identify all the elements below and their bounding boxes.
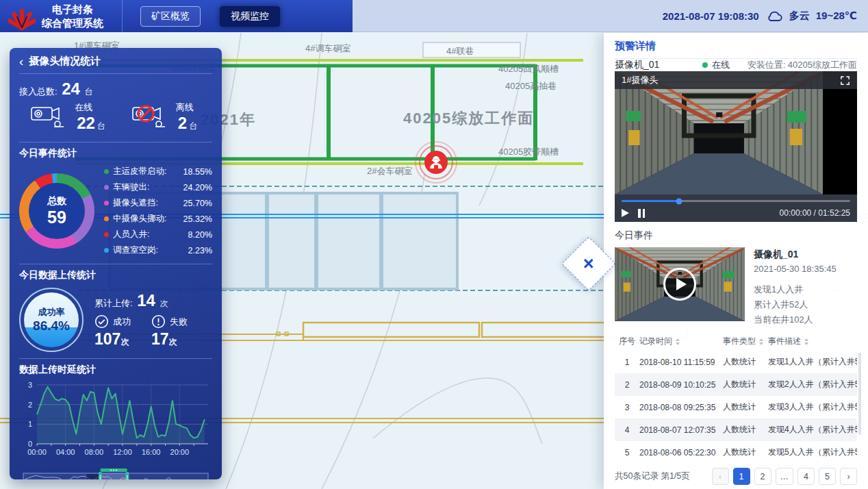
progress-bar[interactable] xyxy=(622,200,850,202)
success-check-icon xyxy=(94,314,109,329)
map-label: 40205胶带顺槽 xyxy=(498,146,559,158)
page-button-2[interactable]: 2 xyxy=(754,468,771,485)
legend-item: 摄像头遮挡:25.70% xyxy=(104,197,212,209)
datetime-text: 2021-08-07 19:08:30 xyxy=(663,10,759,22)
today-events-title: 今日事件 xyxy=(615,229,857,242)
video-time: 00:00:00 / 01:52:25 xyxy=(780,208,850,218)
ban-icon xyxy=(138,106,153,121)
svg-text:0: 0 xyxy=(28,440,32,448)
close-icon: × xyxy=(583,255,594,273)
svg-text:20:00: 20:00 xyxy=(170,448,190,456)
legend-item: 人员入井:8.20% xyxy=(104,229,212,240)
event-thumbnail[interactable] xyxy=(615,247,745,321)
play-overlay-icon[interactable] xyxy=(663,268,696,301)
camera-offline-icon xyxy=(131,101,170,133)
column-header-记录时间[interactable]: 记录时间 xyxy=(639,336,723,347)
table-header: 序号记录时间事件类型事件描述 xyxy=(615,332,857,351)
page-button-4[interactable]: 4 xyxy=(797,468,815,485)
table-row[interactable]: 32018-08-08 09:25:35人数统计发现3人入井（累计入井52人..… xyxy=(615,396,857,418)
events-section-title: 今日事件统计 xyxy=(19,142,212,160)
brand: 电子封条 综合管理系统 xyxy=(0,0,122,32)
map-label: 2#会车硐室 xyxy=(367,165,412,177)
video-player: 1#摄像头 00:00:00 / 01:52:25 xyxy=(615,71,857,222)
legend-dot xyxy=(104,248,109,253)
event-camera: 摄像机_01 xyxy=(754,249,837,261)
legend-item: 主运皮带启动:18.55% xyxy=(104,166,212,177)
nav-button-矿区概览[interactable]: 矿区概览 xyxy=(140,6,201,27)
svg-text:04:00: 04:00 xyxy=(56,448,75,456)
alert-marker[interactable] xyxy=(414,140,458,184)
video-title: 1#摄像头 xyxy=(622,74,658,86)
event-time: 2021-05-30 18:35:45 xyxy=(754,264,837,274)
table-row[interactable]: 12018-08-10 11:15:59人数统计发现1人入井（累计入井52人..… xyxy=(615,351,857,373)
nav-button-视频监控[interactable]: 视频监控 xyxy=(220,6,280,27)
map-label: 4#调车硐室 xyxy=(305,42,350,55)
event-card: 摄像机_01 2021-05-30 18:35:45 发现1人入井 累计入井52… xyxy=(615,247,857,326)
events-legend: 主运皮带启动:18.55%车辆驶出:24.20%摄像头遮挡:25.70%中摄像头… xyxy=(104,166,212,256)
column-header-事件类型[interactable]: 事件类型 xyxy=(723,336,768,347)
online-count: 22 xyxy=(77,114,95,132)
legend-item: 调查室空岗:2.23% xyxy=(104,244,212,256)
column-header-序号: 序号 xyxy=(615,336,639,347)
next-page-button[interactable]: › xyxy=(840,468,857,485)
camera-online-icon xyxy=(29,101,69,133)
offline-label: 离线 xyxy=(176,101,197,114)
weather-temp: 19~28℃ xyxy=(816,10,857,22)
map-label: 4#联巷 xyxy=(446,45,474,58)
svg-text:16:00: 16:00 xyxy=(142,448,161,456)
event-total: 累计入井52人 xyxy=(754,299,837,311)
online-label: 在线 xyxy=(75,101,105,114)
legend-dot xyxy=(104,169,109,174)
pause-button[interactable] xyxy=(638,209,645,218)
legend-dot xyxy=(104,201,109,205)
sort-icon[interactable] xyxy=(804,338,808,345)
online-cameras: 在线 22台 xyxy=(19,101,116,133)
warning-detail-title: 预警详情 xyxy=(615,40,857,59)
success-rate-gauge: 成功率 86.4% xyxy=(19,288,84,352)
table-row[interactable]: 42018-08-07 12:07:35人数统计发现4人入井（累计入井52人..… xyxy=(615,418,857,441)
legend-dot xyxy=(104,185,109,190)
svg-text:12:00: 12:00 xyxy=(113,448,132,456)
app-title: 电子封条 综合管理系统 xyxy=(42,3,103,29)
chart-zoom-brush[interactable] xyxy=(19,468,212,479)
play-button[interactable] xyxy=(622,209,629,217)
app-logo xyxy=(8,3,36,30)
camera-total: 接入总数: 24 台 xyxy=(19,79,212,99)
tunnel-video-still xyxy=(615,71,823,195)
column-header-事件描述[interactable]: 事件描述 xyxy=(768,336,857,347)
fullscreen-icon[interactable] xyxy=(840,75,850,86)
event-current: 当前在井102人 xyxy=(754,314,837,326)
sort-icon[interactable] xyxy=(676,338,680,345)
online-status-dot xyxy=(702,62,708,68)
svg-text:00:00: 00:00 xyxy=(27,448,47,456)
map-label: 40205高抽巷 xyxy=(505,80,557,92)
weather-condition: 多云 xyxy=(789,10,810,23)
upload-success: 成功 107次 xyxy=(94,314,131,349)
sort-icon[interactable] xyxy=(759,338,763,345)
legend-dot xyxy=(104,232,109,237)
camera-stats-panel: ‹ 摄像头情况统计 接入总数: 24 台 在线 22 xyxy=(10,48,222,479)
top-bar: 电子封条 综合管理系统 矿区概览视频监控 2021-08-07 19:08:30… xyxy=(0,0,868,32)
offline-cameras: 离线 2台 xyxy=(116,101,212,133)
upload-fail: 失败 17次 xyxy=(151,314,188,349)
table-row[interactable]: 52018-08-06 05:22:30人数统计发现5人入井（累计入井52人..… xyxy=(615,441,857,464)
top-bar-left: 电子封条 综合管理系统 矿区概览视频监控 xyxy=(0,0,353,32)
legend-dot xyxy=(104,216,109,221)
table-row[interactable]: 22018-08-09 10:10:25人数统计发现2人入井（累计入井52人..… xyxy=(615,373,857,396)
collapse-chevron-icon[interactable]: ‹ xyxy=(19,55,23,68)
fail-exclamation-icon xyxy=(151,314,166,329)
main-nav: 矿区概览视频监控 xyxy=(122,0,280,32)
page-ellipsis[interactable]: … xyxy=(776,468,794,485)
page-button-1[interactable]: 1 xyxy=(733,468,750,485)
table-scrollbar[interactable] xyxy=(858,353,861,435)
warning-detail-panel: 预警详情 摄像机_01 在线 安装位置: 40205综放工作面 1#摄像头 xyxy=(604,33,868,489)
latency-line-chart: 012300:0004:0008:0012:0016:0020:00 xyxy=(19,379,212,466)
progress-knob[interactable] xyxy=(676,198,682,204)
svg-text:2: 2 xyxy=(28,401,32,409)
upload-total: 累计上传: 14 次 xyxy=(94,291,212,310)
video-frame[interactable] xyxy=(615,71,823,195)
events-table: 序号记录时间事件类型事件描述 12018-08-10 11:15:59人数统计发… xyxy=(615,332,857,464)
map-label: 40205回风顺槽 xyxy=(498,63,559,75)
page-button-5[interactable]: 5 xyxy=(819,468,836,485)
legend-item: 车辆驶出:24.20% xyxy=(104,181,212,193)
